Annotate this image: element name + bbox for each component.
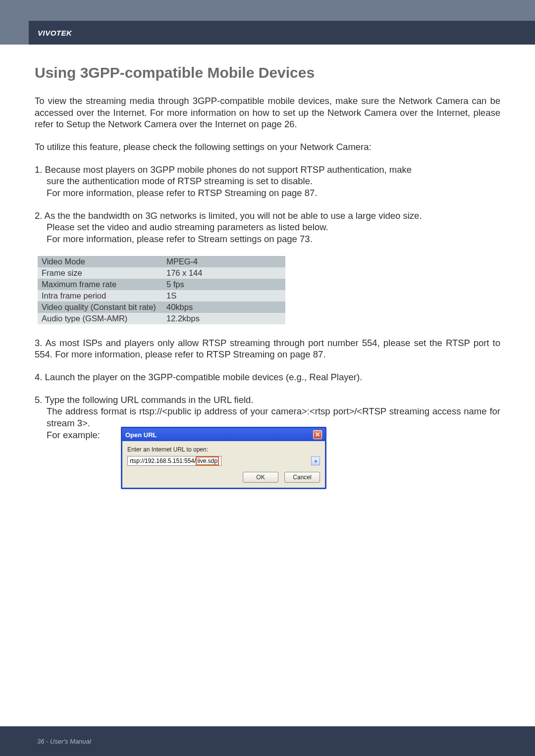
cell-key: Video quality (Constant bit rate): [38, 302, 162, 313]
chevron-down-icon[interactable]: ▾: [311, 456, 320, 465]
footer-text: 36 - User's Manual: [37, 738, 91, 745]
cell-key: Video Mode: [38, 256, 162, 267]
cell-key: Frame size: [38, 267, 162, 279]
dialog-body: Enter an Internet URL to open: rtsp://19…: [122, 441, 325, 488]
table-row: Maximum frame rate5 fps: [38, 279, 285, 290]
page-content: Using 3GPP-compatible Mobile Devices To …: [0, 45, 535, 441]
table-row: Frame size176 x 144: [38, 267, 285, 279]
section-heading: Using 3GPP-compatible Mobile Devices: [35, 64, 500, 81]
cancel-button[interactable]: Cancel: [284, 472, 320, 483]
step-1-line-2: sure the authentication mode of RTSP str…: [35, 175, 500, 187]
intro-paragraph-1: To view the streaming media through 3GPP…: [35, 95, 500, 130]
step-2-line-2: Please set the video and audio streaming…: [35, 221, 500, 233]
step-1-line-3: For more information, please refer to RT…: [35, 187, 500, 199]
cell-val: 5 fps: [162, 279, 285, 290]
dialog-buttons: OK Cancel: [127, 472, 320, 483]
url-row: rtsp://192.168.5.151:554/live.sdp ▾: [127, 456, 320, 466]
cell-key: Audio type (GSM-AMR): [38, 313, 162, 324]
dialog-titlebar[interactable]: Open URL ✕: [122, 428, 325, 441]
intro-paragraph-2: To utilize this feature, please check th…: [35, 141, 500, 153]
settings-table: Video ModeMPEG-4 Frame size176 x 144 Max…: [38, 256, 285, 324]
open-url-dialog: Open URL ✕ Enter an Internet URL to open…: [121, 427, 326, 489]
table-row: Intra frame period1S: [38, 290, 285, 302]
header-inner: VIVOTEK: [29, 21, 535, 45]
table-row: Video ModeMPEG-4: [38, 256, 285, 267]
page-footer: 36 - User's Manual: [0, 726, 535, 756]
step-3: 3. As most ISPs and players only allow R…: [35, 337, 500, 360]
step-1: 1. Because most players on 3GPP mobile p…: [35, 164, 500, 199]
url-input[interactable]: rtsp://192.168.5.151:554/live.sdp: [127, 456, 221, 466]
dialog-title-text: Open URL: [125, 431, 157, 439]
step-4: 4. Launch the player on the 3GPP-compati…: [35, 371, 500, 383]
url-prefix: rtsp://192.168.5.151:554/: [130, 457, 196, 464]
table-row: Audio type (GSM-AMR)12.2kbps: [38, 313, 285, 324]
step-1-line-1: 1. Because most players on 3GPP mobile p…: [35, 164, 500, 176]
step-2: 2. As the the bandwidth on 3G networks i…: [35, 210, 500, 245]
cell-val: 12.2kbps: [162, 313, 285, 324]
step-2-line-3: For more information, please refer to St…: [35, 233, 500, 245]
brand-text: VIVOTEK: [38, 29, 72, 37]
cell-key: Intra frame period: [38, 290, 162, 302]
cell-val: 176 x 144: [162, 267, 285, 279]
step-5-line-1: 5. Type the following URL commands in th…: [35, 394, 500, 406]
ok-button[interactable]: OK: [243, 472, 278, 483]
url-highlight: live.sdp: [196, 456, 219, 465]
dialog-label: Enter an Internet URL to open:: [127, 446, 320, 453]
step-2-line-1: 2. As the the bandwidth on 3G networks i…: [35, 210, 500, 222]
cell-val: MPEG-4: [162, 256, 285, 267]
close-icon[interactable]: ✕: [313, 430, 322, 439]
step-5-line-2: The address format is rtsp://<public ip …: [35, 405, 500, 429]
cell-val: 1S: [162, 290, 285, 302]
cell-val: 40kbps: [162, 302, 285, 313]
table-row: Video quality (Constant bit rate)40kbps: [38, 302, 285, 313]
cell-key: Maximum frame rate: [38, 279, 162, 290]
header-band: VIVOTEK: [0, 0, 535, 45]
